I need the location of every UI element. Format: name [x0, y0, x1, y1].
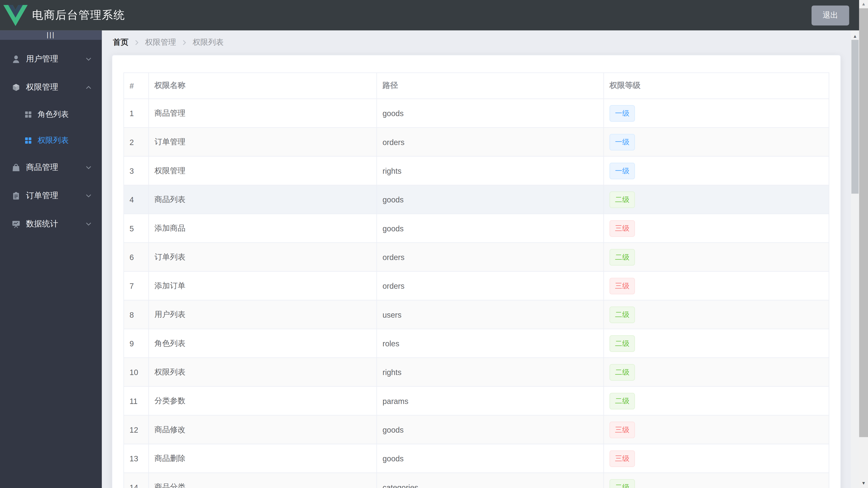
cell-path: goods [377, 99, 604, 127]
grid-icon [24, 136, 32, 144]
cell-index: 10 [124, 358, 149, 386]
level-tag: 二级 [610, 335, 635, 352]
cell-level: 二级 [604, 185, 829, 214]
sidebar-item-label: 商品管理 [26, 162, 85, 173]
sidebar-item-label: 数据统计 [26, 219, 85, 229]
table-row: 8用户列表users二级 [124, 300, 829, 329]
content-scrollbar[interactable]: ▲ [851, 31, 859, 488]
level-tag: 一级 [610, 105, 635, 121]
column-header-name: 权限名称 [149, 73, 377, 99]
table-row: 3权限管理rights一级 [124, 156, 829, 185]
breadcrumb-item: 权限列表 [193, 38, 223, 48]
cube-icon [11, 83, 20, 92]
table-row: 7添加订单orders三级 [124, 271, 829, 300]
cell-path: goods [377, 444, 604, 473]
sidebar-nav: 用户管理 权限管理 [0, 40, 102, 238]
cell-permission-name: 权限列表 [149, 358, 377, 386]
grid-icon [24, 110, 32, 118]
sidebar-item-orders[interactable]: 订单管理 [0, 182, 102, 210]
cell-permission-name: 订单列表 [149, 242, 377, 271]
breadcrumb-home[interactable]: 首页 [113, 38, 129, 48]
cell-index: 13 [124, 444, 149, 473]
window-scrollbar-thumb[interactable] [859, 8, 868, 437]
table-body: 1商品管理goods一级2订单管理orders一级3权限管理rights一级4商… [124, 99, 829, 488]
table-row: 13商品删除goods三级 [124, 444, 829, 473]
cell-index: 7 [124, 271, 149, 300]
table-row: 2订单管理orders一级 [124, 127, 829, 156]
vue-logo-icon [3, 5, 28, 26]
level-tag: 三级 [610, 278, 635, 294]
cell-level: 一级 [604, 99, 829, 127]
sidebar-item-rights[interactable]: 权限管理 [0, 73, 102, 101]
cell-permission-name: 用户列表 [149, 300, 377, 329]
permissions-table: # 权限名称 路径 权限等级 1商品管理goods一级2订单管理orders一级… [123, 72, 829, 488]
sidebar-item-users[interactable]: 用户管理 [0, 45, 102, 73]
sidebar-collapse-toggle[interactable]: ||| [0, 31, 102, 40]
cell-level: 三级 [604, 415, 829, 444]
table-row: 9角色列表roles二级 [124, 329, 829, 358]
column-header-level: 权限等级 [604, 73, 829, 99]
level-tag: 二级 [610, 393, 635, 409]
cell-index: 9 [124, 329, 149, 358]
table-header-row: # 权限名称 路径 权限等级 [124, 73, 829, 99]
cell-permission-name: 商品删除 [149, 444, 377, 473]
cell-permission-name: 分类参数 [149, 387, 377, 415]
table-card: # 权限名称 路径 权限等级 1商品管理goods一级2订单管理orders一级… [112, 55, 841, 488]
cell-index: 12 [124, 415, 149, 444]
cell-level: 二级 [604, 387, 829, 415]
main-column: 电商后台管理系统 退出 ||| 用户管理 [0, 0, 859, 488]
cell-level: 二级 [604, 358, 829, 386]
cell-path: rights [377, 358, 604, 386]
table-row: 5添加商品goods三级 [124, 214, 829, 242]
cell-path: goods [377, 185, 604, 214]
cell-level: 二级 [604, 329, 829, 358]
scroll-down-arrow-icon[interactable]: ▼ [859, 480, 868, 487]
cell-index: 6 [124, 242, 149, 271]
cell-permission-name: 商品管理 [149, 99, 377, 127]
sidebar-item-role-list[interactable]: 角色列表 [0, 101, 102, 127]
content-scrollbar-thumb[interactable] [851, 40, 859, 194]
table-row: 4商品列表goods二级 [124, 185, 829, 214]
window-scrollbar[interactable]: ▲ ▼ [859, 0, 868, 488]
cell-level: 一级 [604, 156, 829, 185]
level-tag: 二级 [610, 191, 635, 207]
clipboard-icon [11, 191, 20, 200]
shopping-bag-icon [11, 163, 20, 172]
cell-permission-name: 商品分类 [149, 473, 377, 488]
breadcrumb: 首页 权限管理 权限列表 [102, 31, 851, 55]
cell-index: 2 [124, 127, 149, 156]
cell-level: 一级 [604, 127, 829, 156]
cell-index: 1 [124, 99, 149, 127]
cell-permission-name: 订单管理 [149, 127, 377, 156]
cell-index: 11 [124, 387, 149, 415]
cell-index: 4 [124, 185, 149, 214]
sidebar-item-label: 权限管理 [26, 82, 85, 92]
sidebar: ||| 用户管理 [0, 31, 102, 488]
cell-permission-name: 商品列表 [149, 185, 377, 214]
cell-level: 三级 [604, 444, 829, 473]
app-root: 电商后台管理系统 退出 ||| 用户管理 [0, 0, 868, 488]
sidebar-item-goods[interactable]: 商品管理 [0, 153, 102, 182]
cell-path: categories [377, 473, 604, 488]
chevron-up-icon [85, 84, 92, 90]
body-row: ||| 用户管理 [0, 31, 859, 488]
sidebar-item-label: 权限列表 [38, 135, 69, 145]
logout-button[interactable]: 退出 [811, 5, 849, 25]
table-row: 6订单列表orders二级 [124, 242, 829, 271]
scroll-up-arrow-icon[interactable]: ▲ [851, 32, 859, 40]
app-header: 电商后台管理系统 退出 [0, 0, 859, 31]
table-row: 10权限列表rights二级 [124, 358, 829, 386]
cell-permission-name: 权限管理 [149, 156, 377, 185]
sidebar-item-permission-list[interactable]: 权限列表 [0, 127, 102, 153]
table-row: 11分类参数params二级 [124, 387, 829, 415]
level-tag: 三级 [610, 421, 635, 438]
cell-permission-name: 角色列表 [149, 329, 377, 358]
sidebar-item-statistics[interactable]: 数据统计 [0, 210, 102, 238]
cell-index: 3 [124, 156, 149, 185]
cell-path: orders [377, 271, 604, 300]
table-row: 12商品修改goods三级 [124, 415, 829, 444]
breadcrumb-item: 权限管理 [145, 38, 176, 48]
cell-path: goods [377, 214, 604, 242]
cell-index: 14 [124, 473, 149, 488]
scroll-up-arrow-icon[interactable]: ▲ [859, 0, 868, 8]
